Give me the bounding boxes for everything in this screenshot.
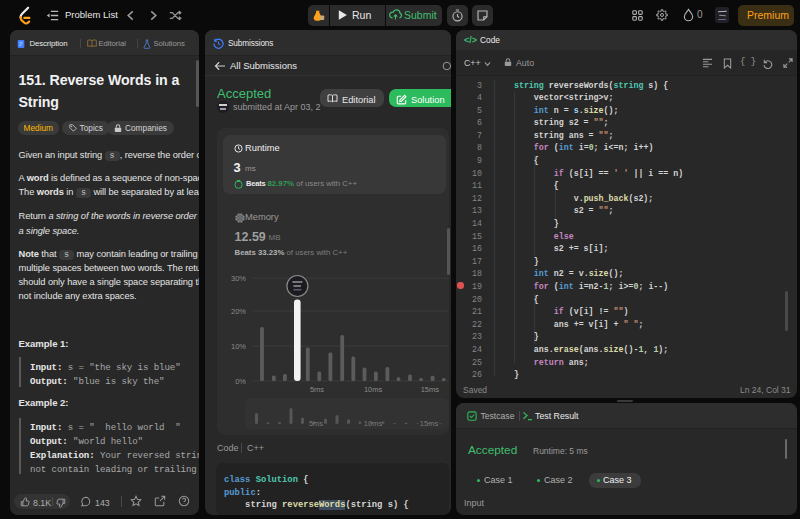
- svg-text:10ms: 10ms: [364, 385, 383, 394]
- svg-text:5ms: 5ms: [310, 385, 324, 394]
- svg-text:15ms: 15ms: [421, 385, 440, 394]
- svg-text:15ms: 15ms: [420, 419, 439, 428]
- svg-text:10ms: 10ms: [364, 419, 383, 428]
- svg-text:5ms: 5ms: [309, 419, 323, 428]
